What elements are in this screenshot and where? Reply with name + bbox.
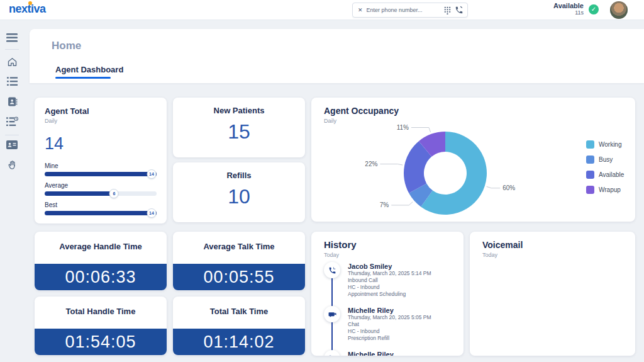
activity-list-icon[interactable] [6,115,18,128]
card-subtitle: Today [482,252,623,258]
card-title: Total Handle Time [35,307,167,316]
call-icon [324,350,340,356]
inbound-call-icon [324,262,340,278]
history-card: History Today Jacob Smiley Thursday, Mar… [311,232,464,356]
total-handle-time-value: 01:54:05 [65,332,136,352]
history-entry-queue: HC - Inbound [348,328,431,335]
history-entry-type: Chat [348,321,431,328]
card-subtitle: Daily [45,118,157,124]
tab-agent-dashboard[interactable]: Agent Dashboard [55,65,123,74]
contacts-icon[interactable] [6,95,18,108]
avatar[interactable] [610,1,628,19]
slider-track[interactable]: 14 [45,211,157,215]
new-patients-card: New Patients 15 [173,98,305,157]
card-title: Agent Total [45,106,157,116]
slider-value-badge[interactable]: 6 [109,189,119,198]
call-icon[interactable] [455,6,464,14]
header-panel: Home Agent Dashboard [30,29,644,83]
timer-band: 01:14:02 [173,329,305,355]
card-title: History [324,239,357,250]
agent-total-card: Agent Total Daily 14 Mine 14 Average 6 B… [35,98,167,223]
card-title: Refills [173,171,305,180]
history-entry-name: Michelle Riley [348,307,431,314]
legend-swatch [586,171,594,179]
card-title: Average Talk Time [173,242,305,251]
status-timer: 11s [553,9,584,16]
history-entry-type: Inbound Call [348,277,431,284]
legend-item-busy[interactable]: Busy [586,156,624,164]
svg-text:11%: 11% [397,124,409,131]
agent-occupancy-card: Agent Occupancy Daily 60%7%22%11% Workin… [311,98,635,222]
check-circle-icon: ✓ [589,4,599,14]
average-talk-time-card: Average Talk Time 00:05:55 [173,232,305,290]
slider-mine: Mine 14 [45,162,157,176]
refills-card: Refills 10 [173,162,305,222]
average-talk-time-value: 00:05:55 [203,268,274,287]
queue-list-icon[interactable] [6,75,18,88]
average-handle-time-value: 00:06:33 [65,268,136,287]
legend-label: Available [599,171,624,178]
legend-swatch [586,186,594,194]
timer-band: 00:05:55 [173,264,305,290]
legend-label: Busy [599,156,613,163]
total-handle-time-card: Total Handle Time 01:54:05 [35,297,167,355]
phone-dialer-box: ✕ [352,3,468,18]
card-subtitle: Today [324,252,357,258]
menu-icon[interactable] [6,31,18,44]
slider-value-badge[interactable]: 14 [147,169,157,179]
contact-card-icon[interactable] [6,139,18,151]
history-entry-topic: Prescription Refill [348,335,431,342]
history-entry-name: Jacob Smiley [348,263,431,270]
phone-number-input[interactable] [367,7,440,13]
new-patients-value: 15 [173,120,305,144]
slider-label: Mine [45,162,157,169]
home-icon[interactable] [6,55,18,68]
logo-dot [28,1,32,5]
sidebar-divider [5,49,19,50]
card-title: Average Handle Time [35,242,167,251]
slider-value-badge[interactable]: 14 [147,208,157,218]
tab-active-underline [55,77,111,79]
slider-track[interactable]: 6 [45,191,157,196]
svg-text:7%: 7% [380,201,389,208]
agent-status[interactable]: Available 11s [553,3,584,16]
chart-legend: Working Busy Available Wrapup [586,140,624,201]
status-label: Available [553,3,584,9]
card-title: New Patients [173,106,305,115]
history-entry-datetime: Thursday, March 20, 2025 5:14 PM [348,270,431,277]
slider-best: Best 14 [45,201,157,215]
history-entry-topic: Appointment Scheduling [348,291,431,298]
legend-label: Working [599,141,622,148]
timer-band: 00:06:33 [35,264,167,290]
legend-item-wrapup[interactable]: Wrapup [586,186,624,194]
legend-item-available[interactable]: Available [586,171,624,179]
total-talk-time-card: Total Talk Time 01:14:02 [173,297,305,355]
svg-text:60%: 60% [502,184,515,191]
legend-item-working[interactable]: Working [586,140,624,149]
voicemail-card: Voicemail Today [470,232,635,356]
history-entry-datetime: Thursday, March 20, 2025 5:05 PM [348,314,431,321]
card-title: Voicemail [482,240,623,250]
card-title: Total Talk Time [173,307,305,316]
dialpad-icon[interactable] [444,6,451,14]
sidebar-divider [5,135,19,135]
close-icon[interactable]: ✕ [358,7,363,13]
total-talk-time-value: 01:14:02 [203,332,274,352]
slider-label: Average [45,182,157,189]
average-handle-time-card: Average Handle Time 00:06:33 [35,232,167,290]
app-root: nextiva ✕ Available 11s ✓ [0,0,644,362]
legend-swatch [586,140,594,149]
sidebar [0,20,25,362]
timer-band: 01:54:05 [35,329,167,355]
history-entry-name: Michelle Riley [348,351,394,356]
topbar: nextiva ✕ Available 11s ✓ [0,0,644,20]
slider-label: Best [45,201,157,208]
chat-icon [324,306,340,322]
page-title: Home [52,40,81,52]
nextiva-logo: nextiva [9,3,46,16]
slider-track[interactable]: 14 [45,172,157,176]
legend-label: Wrapup [599,186,621,193]
hand-gesture-icon[interactable] [6,159,18,171]
legend-swatch [586,156,594,164]
history-entry-queue: HC - Inbound [348,284,431,291]
